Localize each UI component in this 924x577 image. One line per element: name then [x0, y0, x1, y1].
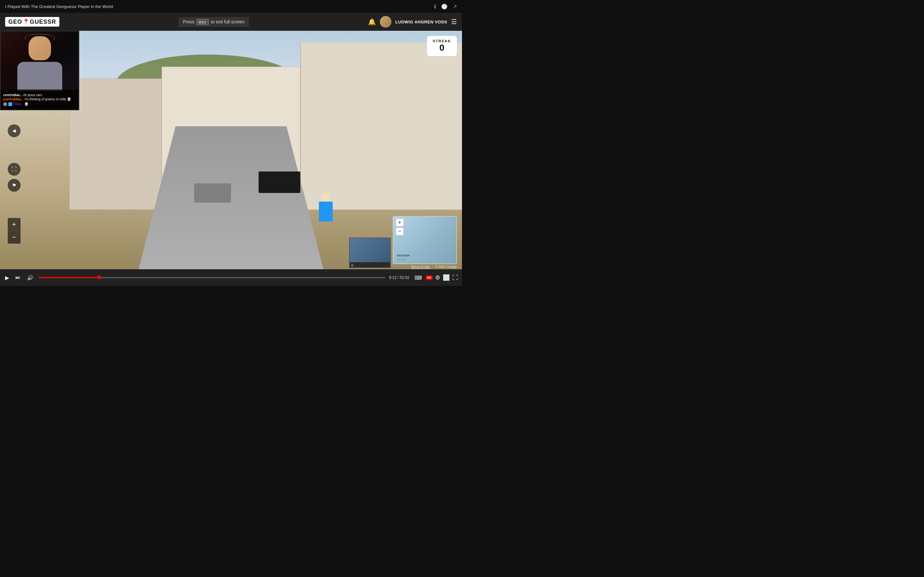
chat-message-1: oh jesus cars	[23, 93, 42, 97]
map-zoom-in[interactable]: +	[396, 219, 404, 226]
clock-icon[interactable]: 🕐	[441, 3, 447, 10]
bell-icon[interactable]: 🔔	[368, 18, 376, 26]
bottom-right-controls: ⌨ HD ⚙ ⬜ ⛶	[413, 274, 458, 282]
person	[319, 193, 333, 221]
logo-text1: GEO	[8, 19, 22, 25]
chat-message-2: i'm thinking of greece or chile 💀	[25, 97, 71, 101]
title-icons: ℹ 🕐 ↗	[434, 3, 457, 10]
preview-thumbnail	[349, 237, 391, 268]
streak-number: 0	[433, 43, 451, 53]
title-bar: I Played With The Greatest Geoguessr Pla…	[0, 0, 462, 13]
webcam-video	[1, 31, 79, 91]
streamer-head	[29, 36, 51, 60]
zoom-in-button[interactable]: +	[8, 218, 21, 231]
chat-username-3: Foxk...	[13, 102, 23, 106]
info-icon[interactable]: ℹ	[434, 3, 436, 10]
geoguessr-logo[interactable]: GEO 📍 GUESSR	[5, 17, 59, 27]
settings-button[interactable]: ⚙	[435, 274, 440, 281]
zoom-out-button[interactable]: −	[8, 231, 21, 243]
chat-icon-1	[3, 102, 7, 106]
chat-username-2: juanfrakkka...	[3, 97, 24, 101]
car-2	[258, 171, 300, 193]
map-data-label: Map data	[397, 261, 406, 263]
skip-next-button[interactable]: ⏭	[14, 274, 22, 282]
terms-link[interactable]: Terms of Use	[411, 265, 430, 269]
menu-icon[interactable]: ☰	[451, 18, 457, 26]
bottom-bar: ▶ ⏭ 🔊 9:12 / 52:52 ⌨ HD ⚙ ⬜ ⛶	[0, 269, 462, 286]
nav-bar: GEO 📍 GUESSR Press esc to exit full scre…	[0, 13, 462, 31]
logo-text2: GUESSR	[30, 19, 56, 25]
dropdown-chevron[interactable]: ⌄	[228, 245, 234, 253]
car-1	[194, 183, 231, 203]
channel-avatar	[380, 16, 391, 27]
flag-button[interactable]: ⚑	[8, 179, 21, 192]
nav-right: 🔔 LUDWIG AHGREN VODS ☰	[368, 16, 457, 27]
fullscreen-notice: Press esc to exit full screen	[178, 17, 249, 27]
building-right	[300, 43, 462, 210]
play-button[interactable]: ▶	[4, 274, 10, 282]
thumb-image	[350, 238, 390, 262]
fullscreen-yt-button[interactable]: ⛶	[452, 274, 458, 281]
webcam-overlay: centristbar... oh jesus cars juanfrakkka…	[0, 31, 79, 110]
chat-overlay: centristbar... oh jesus cars juanfrakkka…	[1, 89, 79, 110]
esc-key: esc	[196, 19, 209, 25]
person-body	[319, 201, 333, 221]
channel-name[interactable]: LUDWIG AHGREN VODS	[395, 19, 447, 24]
map-region-label: OCEANIA	[397, 254, 410, 257]
subtitles-button[interactable]: ⌨	[413, 274, 423, 282]
chat-line-3: Foxk... 💀	[3, 102, 78, 106]
video-title: I Played With The Greatest Geoguessr Pla…	[5, 4, 113, 9]
avatar-image	[380, 16, 391, 27]
map-zoom-out[interactable]: −	[396, 227, 404, 235]
streamer-shoulders	[17, 62, 62, 91]
time-display: 9:12 / 52:52	[389, 276, 409, 280]
theater-button[interactable]: ⬜	[443, 274, 450, 281]
exit-label: to exit full screen	[211, 19, 244, 24]
google-copyright: © 2021 Google	[435, 265, 457, 269]
streamer-silhouette	[17, 36, 62, 91]
chat-username-1: centristbar...	[3, 93, 22, 97]
pin-icon: 📍	[23, 18, 29, 25]
press-label: Press	[183, 19, 194, 24]
person-head	[321, 193, 330, 201]
hd-badge: HD	[426, 276, 433, 280]
progress-fill	[39, 277, 99, 278]
progress-dot	[97, 276, 101, 279]
fullscreen-toggle-button[interactable]: ⛶	[8, 163, 21, 176]
chat-line-2: juanfrakkka... i'm thinking of greece or…	[3, 97, 78, 101]
thumb-dot	[351, 264, 354, 267]
headphones	[25, 34, 55, 40]
zoom-controls: + −	[8, 218, 21, 243]
share-icon[interactable]: ↗	[453, 3, 457, 10]
chat-line-1: centristbar... oh jesus cars	[3, 93, 78, 97]
streak-badge: STREAK 0	[427, 36, 457, 56]
chat-icon-2	[8, 102, 12, 106]
progress-bar[interactable]	[39, 277, 385, 278]
volume-button[interactable]: 🔊	[26, 274, 35, 282]
main-content: centristbar... oh jesus cars juanfrakkka…	[0, 31, 462, 269]
building-left	[69, 79, 162, 210]
thumb-controls	[350, 262, 390, 268]
compass-button[interactable]: ◄	[8, 124, 21, 137]
mini-map[interactable]: + − OCEANIA Google Map data	[393, 216, 457, 264]
chat-emoji: 💀	[24, 102, 28, 106]
